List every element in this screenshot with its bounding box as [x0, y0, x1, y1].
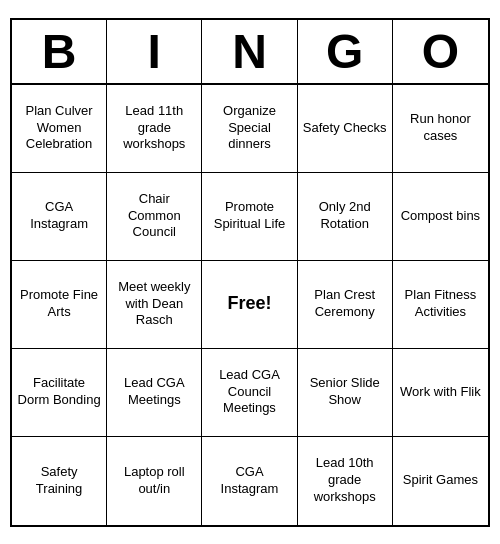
bingo-letter-o: O [393, 20, 488, 83]
bingo-letter-b: B [12, 20, 107, 83]
bingo-letter-i: I [107, 20, 202, 83]
bingo-cell-0: Plan Culver Women Celebration [12, 85, 107, 173]
bingo-cell-8: Only 2nd Rotation [298, 173, 393, 261]
bingo-cell-6: Chair Common Council [107, 173, 202, 261]
bingo-cell-16: Lead CGA Meetings [107, 349, 202, 437]
bingo-cell-1: Lead 11th grade workshops [107, 85, 202, 173]
bingo-cell-22: CGA Instagram [202, 437, 297, 525]
bingo-cell-24: Spirit Games [393, 437, 488, 525]
bingo-card: BINGO Plan Culver Women CelebrationLead … [10, 18, 490, 527]
bingo-cell-18: Senior Slide Show [298, 349, 393, 437]
bingo-cell-13: Plan Crest Ceremony [298, 261, 393, 349]
bingo-cell-20: Safety Training [12, 437, 107, 525]
bingo-cell-17: Lead CGA Council Meetings [202, 349, 297, 437]
bingo-cell-21: Laptop roll out/in [107, 437, 202, 525]
bingo-cell-9: Compost bins [393, 173, 488, 261]
bingo-cell-5: CGA Instagram [12, 173, 107, 261]
bingo-cell-3: Safety Checks [298, 85, 393, 173]
bingo-cell-11: Meet weekly with Dean Rasch [107, 261, 202, 349]
bingo-cell-14: Plan Fitness Activities [393, 261, 488, 349]
bingo-cell-10: Promote Fine Arts [12, 261, 107, 349]
bingo-cell-19: Work with Flik [393, 349, 488, 437]
bingo-grid: Plan Culver Women CelebrationLead 11th g… [12, 85, 488, 525]
bingo-cell-4: Run honor cases [393, 85, 488, 173]
bingo-cell-15: Facilitate Dorm Bonding [12, 349, 107, 437]
bingo-letter-n: N [202, 20, 297, 83]
bingo-cell-12: Free! [202, 261, 297, 349]
bingo-cell-7: Promote Spiritual Life [202, 173, 297, 261]
bingo-cell-2: Organize Special dinners [202, 85, 297, 173]
bingo-letter-g: G [298, 20, 393, 83]
bingo-header: BINGO [12, 20, 488, 85]
bingo-cell-23: Lead 10th grade workshops [298, 437, 393, 525]
